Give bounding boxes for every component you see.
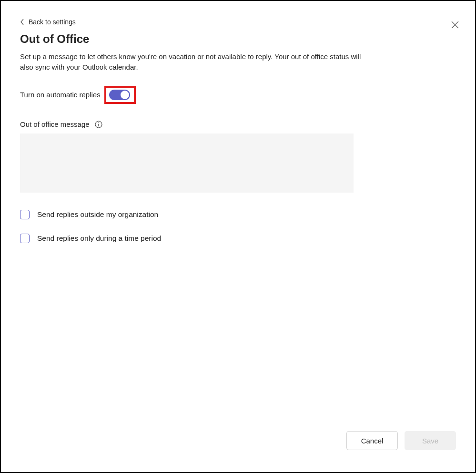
message-info-button[interactable] (94, 120, 103, 129)
out-of-office-message-input[interactable] (20, 134, 354, 193)
toggle-highlight (104, 86, 136, 104)
page-description: Set up a message to let others know you'… (20, 51, 373, 72)
automatic-replies-toggle[interactable] (109, 90, 130, 100)
back-link-label: Back to settings (29, 18, 76, 26)
send-outside-org-label: Send replies outside my organization (37, 210, 158, 219)
time-period-checkbox[interactable] (20, 234, 30, 243)
automatic-replies-label: Turn on automatic replies (20, 91, 101, 99)
message-label: Out of office message (20, 120, 90, 128)
close-button[interactable] (448, 18, 462, 31)
back-to-settings-link[interactable]: Back to settings (20, 18, 76, 26)
page-title: Out of Office (20, 32, 456, 46)
dialog-footer: Cancel Save (346, 431, 456, 450)
close-icon (451, 21, 459, 29)
time-period-label: Send replies only during a time period (37, 234, 161, 243)
svg-point-3 (98, 122, 99, 123)
send-outside-org-option[interactable]: Send replies outside my organization (20, 210, 456, 219)
save-button[interactable]: Save (405, 431, 456, 450)
info-icon (95, 121, 102, 128)
out-of-office-dialog: Back to settings Out of Office Set up a … (0, 0, 476, 473)
cancel-button[interactable]: Cancel (346, 431, 398, 450)
chevron-left-icon (20, 19, 25, 25)
toggle-thumb (121, 91, 129, 99)
send-outside-org-checkbox[interactable] (20, 210, 30, 219)
time-period-option[interactable]: Send replies only during a time period (20, 234, 456, 243)
